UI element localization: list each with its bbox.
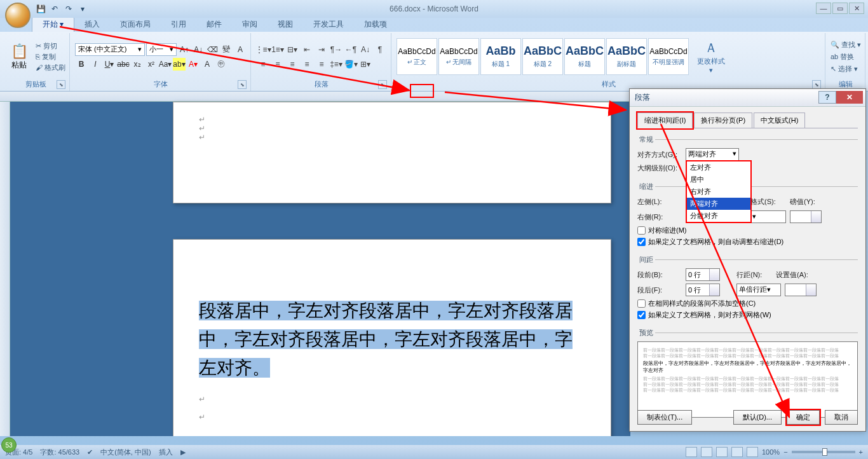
undo-icon[interactable]: ↶ [49, 3, 60, 15]
ltr-button[interactable]: ¶→ [329, 43, 343, 56]
char-shading-button[interactable]: A [201, 58, 214, 71]
tab-mailings[interactable]: 邮件 [196, 17, 232, 32]
maximize-button[interactable]: ▭ [832, 3, 848, 14]
tab-review[interactable]: 审阅 [232, 17, 268, 32]
highlight-button[interactable]: ab▾ [173, 58, 186, 71]
tab-home[interactable]: 开始 ▾ [32, 17, 74, 32]
horizontal-ruler[interactable] [0, 92, 630, 102]
shading-button[interactable]: 🪣▾ [344, 58, 358, 71]
zoom-level[interactable]: 100% [762, 448, 780, 456]
dialog-tab-breaks[interactable]: 换行和分页(P) [694, 113, 752, 128]
page-previous[interactable]: ↵↵↵ [173, 102, 611, 203]
status-lang[interactable]: 中文(简体, 中国) [100, 448, 151, 457]
sort-button[interactable]: A↓ [358, 43, 372, 56]
no-space-same-style-check[interactable] [637, 299, 646, 308]
style-item[interactable]: AaBbC标题 [564, 38, 605, 75]
ok-button[interactable]: 确定 [787, 410, 820, 425]
find-button[interactable]: 🔍查找 ▾ [831, 40, 861, 50]
tab-insert[interactable]: 插入 [74, 17, 110, 32]
zoom-in-button[interactable]: + [859, 448, 863, 456]
style-item[interactable]: AaBb标题 1 [480, 38, 521, 75]
font-dialog-launcher[interactable]: ⬊ [238, 80, 247, 89]
symmetric-indent-check[interactable] [637, 226, 646, 235]
tabstops-button[interactable]: 制表位(T)... [637, 410, 692, 425]
strike-button[interactable]: abc [117, 58, 130, 71]
borders-button[interactable]: ⊞▾ [358, 58, 372, 71]
view-full-screen[interactable] [701, 447, 712, 457]
style-item[interactable]: AaBbC副标题 [606, 38, 647, 75]
indent-inc-button[interactable]: ⇥ [315, 43, 329, 56]
status-insert[interactable]: 插入 [159, 448, 173, 457]
grow-font-button[interactable]: A↑ [178, 43, 191, 56]
clear-format-button[interactable]: ⌫ [206, 43, 219, 56]
subscript-button[interactable]: x₂ [131, 58, 144, 71]
font-color-button[interactable]: A▾ [187, 58, 200, 71]
underline-button[interactable]: U▾ [103, 58, 116, 71]
qat-more-icon[interactable]: ▾ [77, 3, 88, 15]
alignment-combo[interactable]: 两端对齐▾ 左对齐 居中 右对齐 两端对齐 分散对齐 [686, 148, 739, 161]
indent-dec-button[interactable]: ⇤ [300, 43, 314, 56]
numbering-button[interactable]: 1≡▾ [271, 43, 285, 56]
align-left-button[interactable]: ≡ [256, 58, 270, 71]
italic-button[interactable]: I [89, 58, 102, 71]
enclose-button[interactable]: ㊥ [215, 58, 227, 71]
style-item[interactable]: AaBbC标题 2 [522, 38, 563, 75]
align-center-button[interactable]: ≡ [271, 58, 285, 71]
cut-button[interactable]: ✂剪切 [36, 41, 65, 51]
default-button[interactable]: 默认(D)... [733, 410, 782, 425]
format-painter-button[interactable]: 🖌格式刷 [36, 63, 65, 72]
char-border-button[interactable]: A [234, 43, 247, 56]
align-option-distribute[interactable]: 分散对齐 [687, 210, 750, 222]
dialog-tab-asian[interactable]: 中文版式(H) [754, 113, 805, 128]
font-size-combo[interactable]: 小一 ▾ [146, 43, 177, 56]
align-right-button[interactable]: ≡ [285, 58, 299, 71]
zoom-out-button[interactable]: − [783, 448, 787, 456]
clipboard-dialog-launcher[interactable]: ⬊ [57, 80, 65, 89]
replace-button[interactable]: ab替换 [831, 52, 861, 62]
align-justify-button[interactable]: ≡ [300, 58, 314, 71]
shrink-font-button[interactable]: A↓ [192, 43, 205, 56]
bullets-button[interactable]: ⋮≡▾ [256, 43, 270, 56]
styles-gallery[interactable]: AaBbCcDd↵ 正文AaBbCcDd↵ 无间隔AaBb标题 1AaBbC标题… [397, 38, 689, 75]
vertical-ruler[interactable] [0, 102, 10, 436]
multilevel-button[interactable]: ⊟▾ [285, 43, 299, 56]
redo-icon[interactable]: ↷ [63, 3, 74, 15]
view-print-layout[interactable] [686, 447, 697, 457]
align-option-center[interactable]: 居中 [687, 174, 750, 186]
align-option-justify[interactable]: 两端对齐 [687, 198, 750, 210]
style-item[interactable]: AaBbCcDd不明显强调 [648, 38, 689, 75]
rtl-button[interactable]: ←¶ [344, 43, 358, 56]
view-draft[interactable] [747, 447, 758, 457]
paste-button[interactable]: 📋 粘贴 [6, 38, 32, 76]
hang-spinner[interactable] [790, 210, 822, 223]
bold-button[interactable]: B [75, 58, 88, 71]
phonetic-button[interactable]: 變 [220, 43, 233, 56]
view-web[interactable] [716, 447, 728, 457]
cancel-button[interactable]: 取消 [825, 410, 858, 425]
change-styles-button[interactable]: Ａ 更改样式▾ [695, 39, 727, 74]
align-option-right[interactable]: 右对齐 [687, 186, 750, 198]
styles-dialog-launcher[interactable]: ⬊ [812, 80, 821, 89]
selected-paragraph[interactable]: 段落居中，字左对齐段落居中，字左对齐段落居中，字左对齐段落居中，字左对齐段落居中… [199, 301, 573, 378]
line-spacing-combo[interactable]: 单倍行距▾ [736, 284, 781, 296]
tab-view[interactable]: 视图 [268, 17, 303, 32]
font-name-combo[interactable]: 宋体 (中文正文) ▾ [75, 43, 145, 56]
line-spacing-button[interactable]: ‡≡▾ [329, 58, 343, 71]
tab-developer[interactable]: 开发工具 [303, 17, 354, 32]
status-spellcheck-icon[interactable]: ✔ [87, 448, 93, 456]
tab-references[interactable]: 引用 [161, 17, 196, 32]
superscript-button[interactable]: x² [145, 58, 158, 71]
tab-addins[interactable]: 加载项 [354, 17, 397, 32]
show-marks-button[interactable]: ¶ [373, 43, 387, 56]
style-item[interactable]: AaBbCcDd↵ 无间隔 [438, 38, 479, 75]
align-distribute-button[interactable]: ≡ [315, 58, 329, 71]
minimize-button[interactable]: — [816, 3, 831, 14]
change-case-button[interactable]: Aa▾ [159, 58, 172, 71]
space-before-spinner[interactable]: 0 行 [686, 268, 720, 281]
at-spinner[interactable] [785, 284, 817, 296]
status-macro-icon[interactable]: ▶ [180, 448, 186, 456]
dialog-tab-indent[interactable]: 缩进和间距(I) [637, 113, 693, 128]
style-item[interactable]: AaBbCcDd↵ 正文 [397, 38, 437, 75]
status-words[interactable]: 字数: 45/633 [40, 448, 79, 457]
auto-indent-grid-check[interactable] [637, 238, 646, 246]
